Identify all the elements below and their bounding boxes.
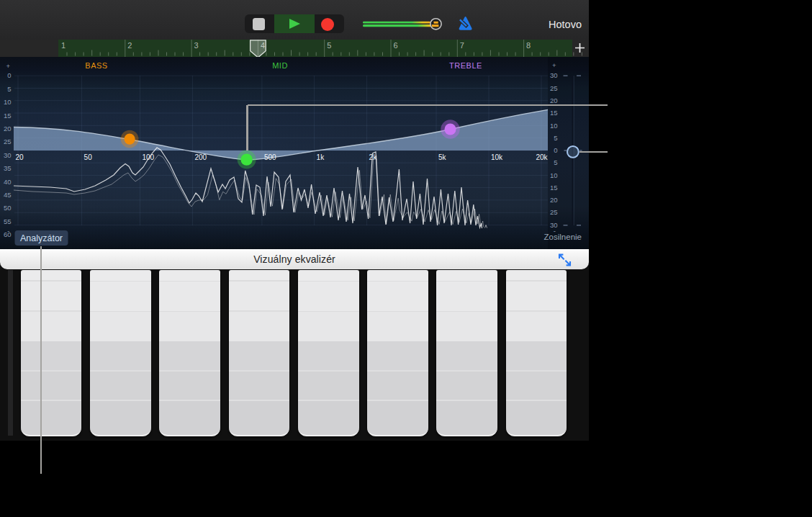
svg-text:3: 3 — [194, 41, 199, 50]
svg-text:1k: 1k — [317, 153, 325, 161]
svg-text:35: 35 — [4, 164, 12, 172]
svg-text:20: 20 — [550, 96, 558, 104]
svg-text:500: 500 — [264, 153, 276, 161]
svg-text:+: + — [6, 62, 10, 70]
svg-text:0: 0 — [7, 71, 11, 79]
svg-text:20: 20 — [16, 153, 24, 161]
svg-text:8: 8 — [526, 41, 531, 50]
svg-text:50: 50 — [4, 204, 12, 212]
svg-text:10: 10 — [4, 98, 12, 106]
svg-text:6: 6 — [394, 41, 398, 50]
svg-text:2: 2 — [127, 41, 132, 50]
svg-text:50: 50 — [84, 153, 93, 161]
svg-text:5: 5 — [554, 134, 557, 142]
svg-text:Analyzátor: Analyzátor — [20, 233, 63, 243]
svg-text:45: 45 — [4, 191, 12, 199]
svg-text:7: 7 — [460, 41, 464, 50]
svg-text:25: 25 — [4, 138, 12, 145]
svg-text:5: 5 — [554, 158, 557, 166]
svg-text:10: 10 — [550, 171, 558, 179]
svg-text:25: 25 — [550, 208, 558, 216]
svg-text:100: 100 — [142, 153, 154, 161]
svg-text:55: 55 — [4, 217, 12, 225]
svg-text:30: 30 — [4, 151, 12, 159]
svg-text:25: 25 — [550, 84, 558, 92]
svg-text:TREBLE: TREBLE — [449, 61, 482, 70]
svg-text:20: 20 — [4, 125, 12, 132]
svg-text:BASS: BASS — [85, 61, 107, 70]
svg-text:15: 15 — [550, 184, 558, 192]
svg-text:0: 0 — [554, 146, 557, 154]
svg-text:15: 15 — [550, 109, 558, 117]
svg-text:5: 5 — [327, 41, 331, 50]
svg-text:5: 5 — [7, 85, 11, 93]
svg-text:MID: MID — [272, 61, 288, 70]
svg-text:10: 10 — [550, 122, 558, 130]
svg-text:+: + — [552, 61, 556, 69]
svg-text:20: 20 — [550, 196, 558, 204]
svg-text:200: 200 — [194, 153, 207, 161]
svg-text:2k: 2k — [369, 153, 378, 161]
svg-text:1: 1 — [61, 41, 66, 50]
svg-text:15: 15 — [4, 112, 12, 120]
svg-text:5k: 5k — [438, 153, 447, 161]
svg-text:40: 40 — [4, 178, 12, 186]
svg-text:10k: 10k — [491, 153, 503, 161]
svg-text:30: 30 — [550, 71, 558, 79]
svg-text:-: - — [7, 227, 9, 235]
svg-text:Zosilnenie: Zosilnenie — [544, 233, 582, 241]
svg-text:20k: 20k — [536, 153, 548, 161]
